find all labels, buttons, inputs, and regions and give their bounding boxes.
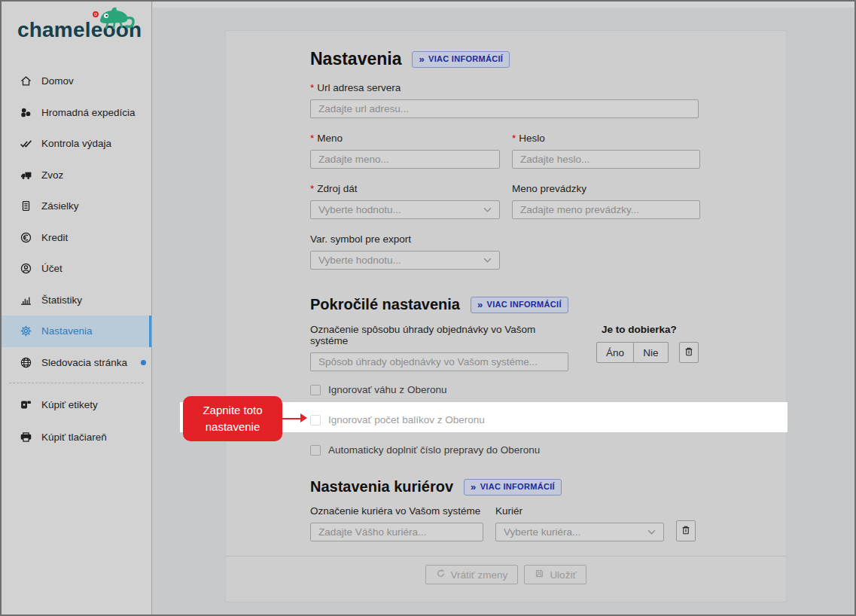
sidebar-item-zasielky[interactable]: Zásielky bbox=[2, 191, 151, 222]
notification-dot bbox=[141, 360, 146, 365]
chameleon-logo-icon bbox=[90, 3, 138, 39]
sidebar-item-kontrola-vydaja[interactable]: Kontrola výdaja bbox=[2, 128, 151, 160]
required-asterisk: * bbox=[310, 133, 314, 144]
sidebar-item-kupit-etikety[interactable]: Kúpiť etikety bbox=[2, 389, 151, 421]
truck-icon bbox=[20, 169, 32, 181]
revert-changes-button[interactable]: Vrátiť zmeny bbox=[425, 565, 519, 584]
printer-icon bbox=[20, 431, 32, 444]
sidebar-item-label: Štatistiky bbox=[41, 294, 82, 306]
sidebar-item-ucet[interactable]: Účet bbox=[2, 253, 151, 285]
sidebar-nav: Domov Hromadná expedícia Kontrola výdaja… bbox=[2, 66, 151, 453]
checkbox-row-ignore-parcel-count: Zapnite toto nastavenie Ignorovať počet … bbox=[310, 414, 699, 425]
more-info-label: VIAC INFORMÁCIÍ bbox=[480, 482, 555, 491]
ignore-weight-checkbox[interactable] bbox=[310, 385, 321, 395]
cod-no-button[interactable]: Nie bbox=[634, 342, 669, 363]
field-label-text: Heslo bbox=[519, 133, 545, 144]
courier-field-label: Kuriér bbox=[495, 505, 664, 517]
more-info-label: VIAC INFORMÁCIÍ bbox=[428, 54, 503, 63]
payment-field-label: Označenie spôsobu úhrady objednávky vo V… bbox=[310, 324, 568, 346]
save-button[interactable]: Uložiť bbox=[524, 565, 586, 584]
sidebar-item-sledovacia-stranka[interactable]: Sledovacia stránka bbox=[2, 347, 151, 379]
select-placeholder: Vyberte hodnotu... bbox=[318, 255, 401, 266]
callout-line1: Zapnite toto bbox=[203, 402, 262, 419]
bar-chart-icon bbox=[20, 294, 32, 306]
field-label-text: Meno bbox=[317, 133, 343, 144]
list-box-icon bbox=[20, 200, 32, 212]
trash-icon bbox=[681, 525, 691, 538]
chevron-down-icon bbox=[647, 529, 656, 535]
required-asterisk: * bbox=[310, 183, 314, 194]
page-title: Nastavenia bbox=[310, 49, 401, 69]
autofill-tracking-checkbox[interactable] bbox=[310, 445, 321, 456]
required-asterisk: * bbox=[310, 82, 314, 93]
var-symbol-field-label: Var. symbol pre export bbox=[310, 233, 500, 245]
more-info-badge[interactable]: » VIAC INFORMÁCIÍ bbox=[412, 51, 510, 68]
url-field-label: *Url adresa servera bbox=[310, 82, 699, 93]
more-info-badge[interactable]: » VIAC INFORMÁCIÍ bbox=[464, 479, 562, 496]
section-title-settings: Nastavenia » VIAC INFORMÁCIÍ bbox=[310, 49, 699, 69]
sidebar-item-zvoz[interactable]: Zvoz bbox=[2, 160, 151, 191]
data-source-select[interactable]: Vyberte hodnotu... bbox=[310, 200, 500, 219]
home-icon bbox=[20, 75, 32, 87]
checkbox-row-ignore-weight: Ignorovať váhu z Oberonu bbox=[310, 384, 699, 395]
cod-yes-button[interactable]: Áno bbox=[596, 342, 634, 363]
label-roll-icon bbox=[20, 398, 32, 411]
operation-name-input[interactable] bbox=[512, 200, 700, 219]
ignore-parcel-count-checkbox[interactable] bbox=[310, 415, 321, 425]
password-input[interactable] bbox=[512, 150, 700, 169]
sidebar-item-kupit-tlaciaren[interactable]: Kúpiť tlačiareň bbox=[2, 421, 151, 453]
more-info-badge[interactable]: » VIAC INFORMÁCIÍ bbox=[471, 297, 568, 313]
user-circle-icon bbox=[20, 262, 32, 275]
courier-select[interactable]: Vyberte kuriéra... bbox=[495, 523, 664, 541]
sidebar-divider bbox=[9, 383, 144, 383]
section-title-couriers: Nastavenia kuriérov » VIAC INFORMÁCIÍ bbox=[310, 478, 699, 496]
var-symbol-select[interactable]: Vyberte hodnotu... bbox=[310, 251, 500, 270]
double-chevron-icon: » bbox=[477, 300, 483, 310]
sidebar-item-domov[interactable]: Domov bbox=[2, 66, 151, 97]
cod-delete-button[interactable] bbox=[679, 342, 699, 363]
packages-icon bbox=[20, 106, 32, 119]
sidebar-item-label: Kontrola výdaja bbox=[41, 138, 111, 149]
callout-arrow-head-icon bbox=[300, 413, 307, 422]
sidebar-item-label: Zásielky bbox=[41, 200, 79, 212]
name-input[interactable] bbox=[310, 150, 500, 169]
callout-bubble: Zapnite toto nastavenie bbox=[183, 396, 282, 441]
couriers-title: Nastavenia kuriérov bbox=[310, 478, 453, 496]
courier-name-input[interactable] bbox=[310, 523, 483, 541]
cod-toggle-group: Áno Nie bbox=[596, 342, 669, 363]
gear-icon bbox=[20, 325, 32, 337]
double-chevron-icon: » bbox=[419, 54, 425, 64]
field-label-text: Kuriér bbox=[495, 505, 522, 517]
field-label-text: Označenie kuriéra vo Vašom systéme bbox=[310, 505, 480, 517]
cod-label: Je to dobierka? bbox=[596, 324, 699, 335]
sidebar: chameleoon Domov bbox=[2, 2, 152, 614]
sidebar-item-label: Nastavenia bbox=[41, 325, 93, 337]
sidebar-item-statistiky[interactable]: Štatistiky bbox=[2, 285, 151, 316]
refresh-icon bbox=[436, 569, 446, 581]
euro-circle-icon bbox=[20, 231, 32, 244]
url-input[interactable] bbox=[310, 99, 699, 118]
field-label-text: Var. symbol pre export bbox=[310, 233, 411, 245]
card-footer: Vrátiť zmeny Uložiť bbox=[226, 556, 786, 602]
courier-delete-button[interactable] bbox=[676, 520, 696, 541]
app-window: chameleoon Domov bbox=[0, 0, 856, 616]
main-top-strip bbox=[153, 2, 854, 8]
required-asterisk: * bbox=[512, 133, 516, 144]
payment-input[interactable] bbox=[310, 352, 568, 371]
chevron-down-icon bbox=[483, 207, 492, 212]
sidebar-item-kredit[interactable]: Kredit bbox=[2, 222, 151, 254]
sidebar-item-hromadna-expedicia[interactable]: Hromadná expedícia bbox=[2, 97, 151, 129]
settings-card: Nastavenia » VIAC INFORMÁCIÍ *Url adresa… bbox=[225, 30, 787, 602]
sidebar-item-label: Kúpiť etikety bbox=[41, 399, 98, 410]
field-label-text: Označenie spôsobu úhrady objednávky vo V… bbox=[310, 324, 535, 346]
save-label: Uložiť bbox=[550, 569, 576, 581]
sidebar-item-label: Zvoz bbox=[41, 169, 63, 181]
checkbox-row-autofill-tracking: Automaticky doplniť číslo prepravy do Ob… bbox=[310, 444, 699, 456]
sidebar-item-nastavenia[interactable]: Nastavenia bbox=[2, 316, 151, 347]
sidebar-item-label: Hromadná expedícia bbox=[41, 107, 136, 118]
field-label-text: Je to dobierka? bbox=[602, 324, 677, 335]
operation-name-field-label: Meno prevádzky bbox=[512, 183, 700, 194]
checkbox-label: Ignorovať počet balíkov z Oberonu bbox=[328, 414, 485, 425]
more-info-label: VIAC INFORMÁCIÍ bbox=[487, 300, 562, 309]
brand-logo[interactable]: chameleoon bbox=[17, 18, 142, 42]
